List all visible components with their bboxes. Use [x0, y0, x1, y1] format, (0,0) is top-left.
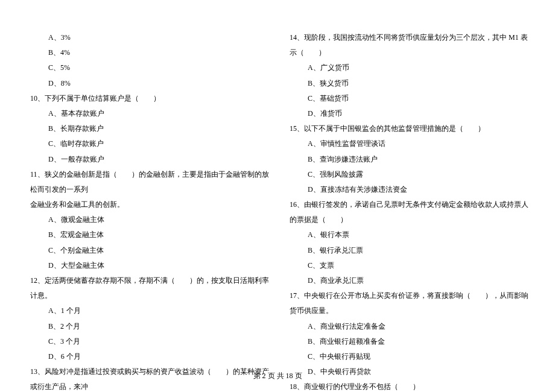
option: B、商业银行超额准备金	[284, 334, 531, 349]
option: B、宏观金融主体	[24, 227, 271, 242]
question-18: 18、商业银行的代理业务不包括（ ）	[284, 379, 531, 392]
option: A、审慎性监督管理谈话	[284, 136, 531, 151]
option: B、长期存款账户	[24, 121, 271, 136]
left-column: A、3% B、4% C、5% D、8% 10、下列不属于单位结算账户是（ ） A…	[18, 30, 278, 374]
option: C、个别金融主体	[24, 243, 271, 258]
option: C、基础货币	[284, 91, 531, 106]
option: A、3%	[24, 30, 271, 45]
option: A、商业银行法定准备金	[284, 319, 531, 334]
question-15: 15、以下不属于中国银监会的其他监督管理措施的是（ ）	[284, 121, 531, 136]
option: B、2 个月	[24, 319, 271, 334]
question-11-cont: 金融业务和金融工具的创新。	[24, 197, 271, 212]
option: C、临时存款账户	[24, 136, 271, 151]
option: B、银行承兑汇票	[284, 243, 531, 258]
question-17: 17、中央银行在公开市场上买卖有价证券，将直接影响（ ），从而影响货币供应量。	[284, 288, 531, 318]
question-16: 16、由银行签发的，承诺自己见票时无条件支付确定金额给收款人或持票人的票据是（ …	[284, 197, 531, 227]
page-footer: 第 2 页 共 18 页	[0, 371, 555, 381]
option: D、一般存款账户	[24, 152, 271, 167]
option: C、3 个月	[24, 334, 271, 349]
option: C、强制风险披露	[284, 167, 531, 182]
option: D、准货币	[284, 106, 531, 121]
question-12: 12、定活两便储蓄存款存期不限，存期不满（ ）的，按支取日活期利率计息。	[24, 273, 271, 303]
option: C、支票	[284, 258, 531, 273]
right-column: 14、现阶段，我国按流动性不同将货币供应量划分为三个层次，其中 M1 表示（ ）…	[278, 30, 537, 374]
option: A、银行本票	[284, 227, 531, 242]
option: B、4%	[24, 45, 271, 60]
page-content: A、3% B、4% C、5% D、8% 10、下列不属于单位结算账户是（ ） A…	[0, 0, 555, 374]
option: A、微观金融主体	[24, 212, 271, 227]
option: D、6 个月	[24, 349, 271, 364]
option: C、5%	[24, 60, 271, 75]
option: C、中央银行再贴现	[284, 349, 531, 364]
option: A、基本存款账户	[24, 106, 271, 121]
option: D、商业承兑汇票	[284, 273, 531, 288]
option: B、查询涉嫌违法账户	[284, 152, 531, 167]
option: D、大型金融主体	[24, 258, 271, 273]
question-14: 14、现阶段，我国按流动性不同将货币供应量划分为三个层次，其中 M1 表示（ ）	[284, 30, 531, 60]
option: A、1 个月	[24, 303, 271, 318]
question-10: 10、下列不属于单位结算账户是（ ）	[24, 91, 271, 106]
option: A、广义货币	[284, 60, 531, 75]
question-11: 11、狭义的金融创新是指（ ）的金融创新，主要是指由于金融管制的放松而引发的一系…	[24, 167, 271, 197]
option: D、8%	[24, 76, 271, 91]
option: D、直接冻结有关涉嫌违法资金	[284, 182, 531, 197]
option: B、狭义货币	[284, 76, 531, 91]
